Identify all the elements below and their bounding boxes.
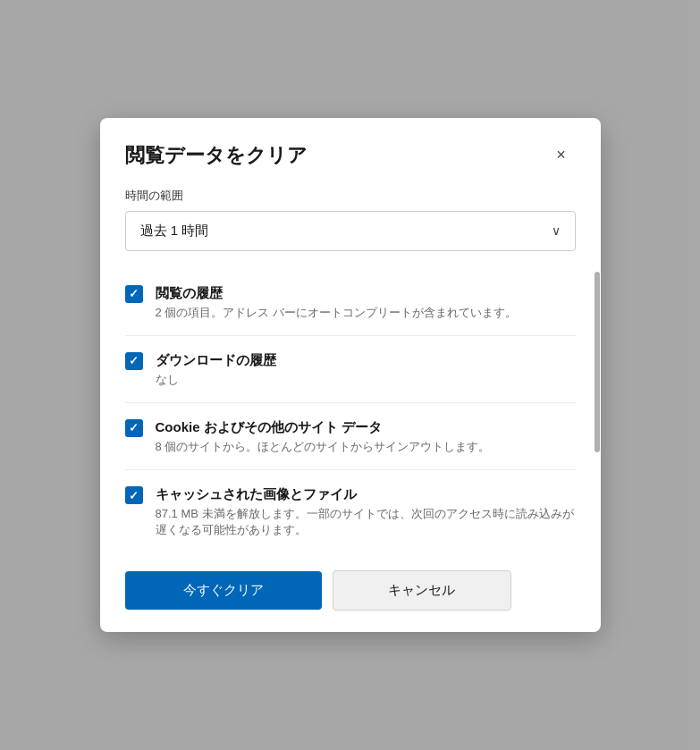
checkbox-label-cookies: Cookie およびその他のサイト データ <box>156 417 576 436</box>
time-range-dropdown[interactable]: 過去 1 時間 ∨ <box>125 211 576 251</box>
checkbox-cached-images[interactable]: ✓ <box>125 486 143 504</box>
overlay: 閲覧データをクリア × 時間の範囲 過去 1 時間 ∨ ✓ 閲覧の履歴 2 個の… <box>0 0 700 750</box>
checkbox-label-cached-images: キャッシュされた画像とファイル <box>156 485 576 503</box>
chevron-down-icon: ∨ <box>552 223 561 238</box>
dialog: 閲覧データをクリア × 時間の範囲 過去 1 時間 ∨ ✓ 閲覧の履歴 2 個の… <box>100 118 601 633</box>
checkbox-desc-cached-images: 87.1 MB 未満を解放します。一部のサイトでは、次回のアクセス時に読み込みが… <box>156 506 576 538</box>
cancel-button[interactable]: キャンセル <box>333 570 511 611</box>
checkbox-text-cached-images: キャッシュされた画像とファイル 87.1 MB 未満を解放します。一部のサイトで… <box>156 485 576 538</box>
checkbox-item-download-history: ✓ ダウンロードの履歴 なし <box>125 335 576 402</box>
checkbox-download-history[interactable]: ✓ <box>125 352 143 370</box>
checkbox-label-download-history: ダウンロードの履歴 <box>156 350 576 369</box>
checkbox-item-browsing-history: ✓ 閲覧の履歴 2 個の項目。アドレス バーにオートコンプリートが含まれています… <box>125 269 576 335</box>
checkbox-item-cookies: ✓ Cookie およびその他のサイト データ 8 個のサイトから。ほとんどのサ… <box>125 402 576 469</box>
checkmark-icon: ✓ <box>129 288 139 299</box>
dialog-title: 閲覧データをクリア <box>125 143 308 169</box>
checkbox-text-cookies: Cookie およびその他のサイト データ 8 個のサイトから。ほとんどのサイト… <box>156 417 576 455</box>
close-button[interactable]: × <box>547 141 576 170</box>
checkbox-cookies[interactable]: ✓ <box>125 419 143 437</box>
checkbox-desc-cookies: 8 個のサイトから。ほとんどのサイトからサインアウトします。 <box>156 439 576 455</box>
scrollbar-thumb[interactable] <box>595 272 600 452</box>
scrollbar-track <box>594 118 601 633</box>
checkbox-browsing-history[interactable]: ✓ <box>125 285 143 303</box>
time-range-value: 過去 1 時間 <box>140 223 209 240</box>
dialog-header: 閲覧データをクリア × <box>100 118 601 170</box>
clear-now-button[interactable]: 今すぐクリア <box>125 571 322 610</box>
checkbox-desc-download-history: なし <box>156 372 576 388</box>
checkbox-desc-browsing-history: 2 個の項目。アドレス バーにオートコンプリートが含まれています。 <box>156 305 576 321</box>
checkmark-icon: ✓ <box>129 355 139 367</box>
checkbox-text-download-history: ダウンロードの履歴 なし <box>156 350 576 388</box>
time-range-label: 時間の範囲 <box>125 188 576 204</box>
checkbox-label-browsing-history: 閲覧の履歴 <box>156 283 576 302</box>
checkbox-list: ✓ 閲覧の履歴 2 個の項目。アドレス バーにオートコンプリートが含まれています… <box>125 269 576 553</box>
checkmark-icon: ✓ <box>129 422 139 434</box>
checkmark-icon: ✓ <box>129 490 139 501</box>
dialog-body: 時間の範囲 過去 1 時間 ∨ ✓ 閲覧の履歴 2 個の項目。アドレス バーにオ… <box>100 170 601 553</box>
checkbox-text-browsing-history: 閲覧の履歴 2 個の項目。アドレス バーにオートコンプリートが含まれています。 <box>156 283 576 321</box>
checkbox-item-cached-images: ✓ キャッシュされた画像とファイル 87.1 MB 未満を解放します。一部のサイ… <box>125 469 576 552</box>
dialog-footer: 今すぐクリア キャンセル <box>100 552 601 632</box>
